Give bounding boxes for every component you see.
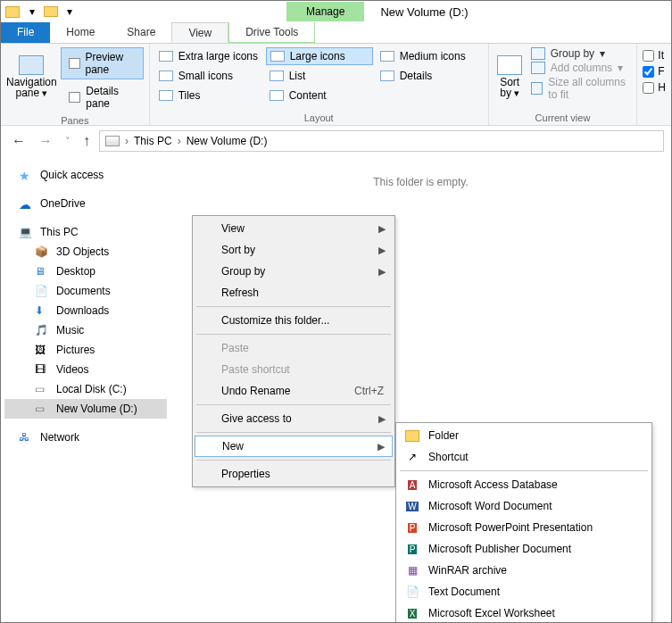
nav-music[interactable]: Music [4,320,167,340]
ctx-new-text[interactable]: Text Document [398,581,650,602]
chevron-icon[interactable]: › [178,135,181,147]
recent-dropdown[interactable]: ˅ [62,136,74,147]
document-icon [35,285,49,297]
details-pane-icon [69,92,81,103]
chevron-right-icon: ▶ [378,245,386,256]
forward-button[interactable]: → [35,133,56,149]
sort-by-button[interactable]: Sort by ▾ [494,47,526,106]
tab-file[interactable]: File [1,22,50,43]
network-icon [19,431,33,444]
ctx-sort-by[interactable]: Sort by▶ [195,239,393,261]
navigation-pane-icon [19,55,44,75]
excel-icon [405,606,419,620]
disk-icon [35,383,49,395]
layout-large-icons[interactable]: Large icons [266,47,373,65]
ctx-new-word[interactable]: Microsoft Word Document [398,495,650,517]
ctx-customize-folder[interactable]: Customize this folder... [195,310,393,331]
download-icon [35,304,49,317]
nav-pictures[interactable]: Pictures [4,340,167,360]
ctx-new-access[interactable]: Microsoft Access Database [398,474,650,495]
nav-3d-objects[interactable]: 3D Objects [4,242,167,262]
shortcut-label: Ctrl+Z [354,385,384,397]
nav-quick-access[interactable]: Quick access [4,165,167,185]
context-menu: View▶ Sort by▶ Group by▶ Refresh Customi… [192,215,395,487]
qat-dropdown-icon[interactable]: ▾ [24,4,40,20]
navigation-tree: Quick access OneDrive This PC 3D Objects… [1,156,170,622]
nav-desktop[interactable]: Desktop [4,262,167,281]
ctx-undo-rename[interactable]: Undo RenameCtrl+Z [195,380,393,402]
contextual-tab-manage[interactable]: Manage [286,2,364,21]
navigation-pane-button[interactable]: Navigation pane ▾ [6,47,57,106]
desktop-icon [35,265,49,278]
nav-this-pc[interactable]: This PC [4,222,167,242]
separator [196,460,391,461]
layout-list[interactable]: List [266,67,373,85]
separator [196,306,391,307]
ctx-view[interactable]: View▶ [195,218,393,239]
tab-drive-tools[interactable]: Drive Tools [228,22,315,43]
nav-onedrive[interactable]: OneDrive [4,194,167,213]
shortcut-icon [405,450,419,464]
breadcrumb-this-pc[interactable]: This PC [134,135,172,147]
chevron-right-icon: ▶ [377,441,385,453]
ctx-group-by[interactable]: Group by▶ [195,261,393,282]
nav-documents[interactable]: Documents [4,281,167,301]
qat-overflow-icon[interactable]: ▾ [62,4,78,20]
nav-toolbar: ← → ˅ ↑ › This PC › New Volume (D:) [1,126,671,156]
ctx-refresh[interactable]: Refresh [195,282,393,303]
separator [400,470,648,471]
sort-by-icon [497,55,522,75]
nav-network[interactable]: Network [4,428,167,447]
tab-share[interactable]: Share [111,22,171,43]
size-columns-button[interactable]: Size all columns to fit [531,76,632,101]
address-bar[interactable]: › This PC › New Volume (D:) [99,130,664,152]
preview-pane-icon [69,58,80,69]
back-button[interactable]: ← [8,133,29,149]
access-icon [405,478,419,492]
layout-details[interactable]: Details [377,67,484,85]
breadcrumb-volume[interactable]: New Volume (D:) [187,135,268,147]
group-by-button[interactable]: Group by ▾ [531,47,632,60]
drive-icon [105,136,120,146]
tab-view[interactable]: View [171,22,228,43]
ctx-new[interactable]: New▶ [195,436,393,457]
window-title: New Volume (D:) [380,5,468,19]
separator [196,432,391,433]
nav-new-volume-d[interactable]: New Volume (D:) [4,399,167,419]
preview-pane-button[interactable]: Preview pane [61,47,144,79]
group-label-current-view: Current view [494,112,632,123]
layout-small-icons[interactable]: Small icons [155,67,262,85]
ctx-paste-shortcut: Paste shortcut [195,359,393,380]
ctx-new-excel[interactable]: Microsoft Excel Worksheet [398,602,650,623]
text-icon [405,585,419,599]
ctx-new-folder[interactable]: Folder [398,425,650,446]
nav-local-disk-c[interactable]: Local Disk (C:) [4,379,167,399]
ctx-give-access-to[interactable]: Give access to▶ [195,408,393,429]
chevron-right-icon: ▶ [378,413,386,425]
ctx-new-powerpoint[interactable]: Microsoft PowerPoint Presentation [398,517,650,538]
ctx-new-shortcut[interactable]: Shortcut [398,446,650,468]
ctx-new-winrar[interactable]: WinRAR archive [398,560,650,581]
ctx-properties[interactable]: Properties [195,463,393,485]
add-columns-icon [531,62,545,74]
ribbon: Navigation pane ▾ Preview pane Details p… [1,44,671,126]
check-item-checkboxes[interactable]: It [643,49,666,62]
tab-home[interactable]: Home [50,22,111,43]
details-pane-button[interactable]: Details pane [61,81,144,113]
chevron-right-icon: ▶ [378,223,386,235]
add-columns-button[interactable]: Add columns ▾ [531,62,632,74]
nav-videos[interactable]: Videos [4,360,167,379]
folder-icon [4,4,21,20]
folder-icon [405,428,419,443]
check-hidden-items[interactable]: H [643,81,666,94]
layout-extra-large-icons[interactable]: Extra large icons [155,47,262,65]
folder-open-icon [44,6,58,17]
nav-downloads[interactable]: Downloads [4,301,167,320]
layout-tiles[interactable]: Tiles [155,87,262,104]
up-button[interactable]: ↑ [79,133,94,149]
chevron-icon[interactable]: › [125,135,129,147]
layout-content[interactable]: Content [266,87,373,104]
check-file-extensions[interactable]: F [643,65,666,78]
ctx-new-publisher[interactable]: Microsoft Publisher Document [398,538,650,560]
layout-medium-icons[interactable]: Medium icons [377,47,484,65]
